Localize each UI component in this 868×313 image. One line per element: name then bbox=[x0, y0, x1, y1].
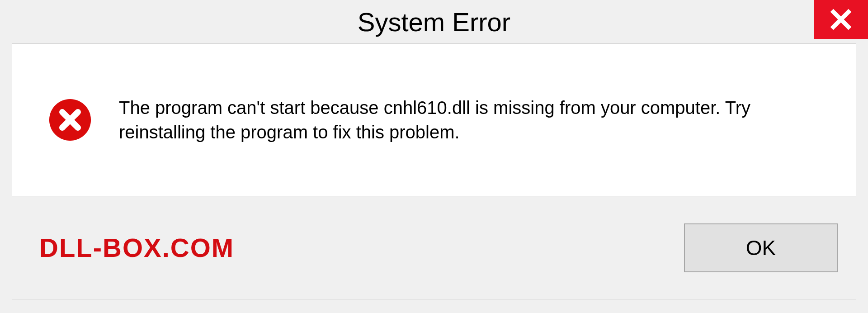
dialog-title: System Error bbox=[358, 7, 510, 37]
error-dialog: System Error The program can't start bec… bbox=[0, 0, 868, 313]
ok-button[interactable]: OK bbox=[684, 223, 838, 272]
close-icon bbox=[830, 8, 852, 31]
watermark-text: DLL-BOX.COM bbox=[39, 232, 234, 263]
close-button[interactable] bbox=[814, 0, 868, 39]
titlebar: System Error bbox=[0, 0, 868, 43]
dialog-footer: DLL-BOX.COM OK bbox=[12, 196, 856, 299]
error-icon bbox=[48, 98, 92, 142]
error-message: The program can't start because cnhl610.… bbox=[119, 95, 829, 144]
content-panel: The program can't start because cnhl610.… bbox=[12, 43, 856, 196]
